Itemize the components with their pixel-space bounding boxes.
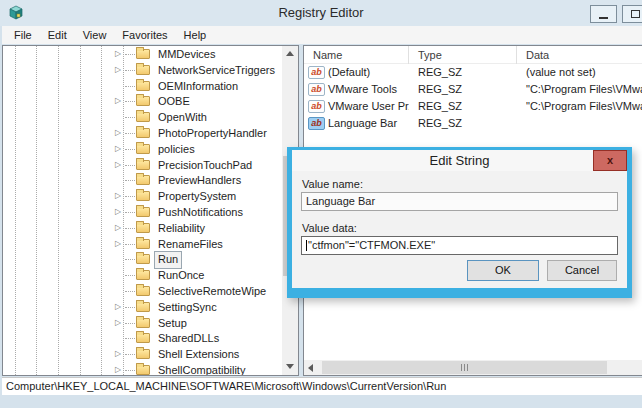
scroll-up-button[interactable] (282, 46, 298, 62)
cancel-button[interactable]: Cancel (547, 260, 617, 281)
expand-arrow-icon[interactable]: ▷ (115, 93, 127, 109)
menu-edit[interactable]: Edit (40, 26, 75, 44)
folder-icon (136, 365, 150, 375)
tree-item[interactable]: ▷ PrecisionTouchPad (3, 157, 282, 173)
tree-item[interactable]: ▷ Shell Extensions (3, 346, 282, 362)
minimize-icon (599, 17, 608, 19)
menu-file[interactable]: File (6, 26, 40, 44)
column-headers: Name Type Data (304, 46, 642, 64)
tree-item[interactable]: ▷ PushNotifications (3, 204, 282, 220)
tree-item[interactable]: ▷ Reliability (3, 220, 282, 236)
scroll-left-button[interactable] (304, 360, 319, 375)
menu-favorites[interactable]: Favorites (114, 26, 175, 44)
minimize-button[interactable] (590, 5, 617, 23)
expand-arrow-icon[interactable]: ▷ (115, 220, 127, 236)
dialog-title-bar: Edit String x (292, 150, 627, 171)
folder-icon (136, 65, 150, 75)
ok-button[interactable]: OK (467, 260, 539, 281)
folder-icon (136, 254, 150, 264)
menu-bar: File Edit View Favorites Help (2, 26, 642, 44)
string-value-icon: ab (308, 66, 325, 79)
list-horizontal-scrollbar[interactable] (304, 360, 642, 375)
folder-icon (136, 112, 150, 122)
expand-arrow-icon[interactable]: ▷ (115, 299, 127, 315)
tree-item[interactable]: PreviewHandlers (3, 172, 282, 188)
value-name-cell[interactable]: ab VMware Tools (304, 81, 409, 98)
expand-arrow-icon[interactable]: ▷ (115, 315, 127, 331)
tree-item-label[interactable]: ShellCompatibility (154, 362, 249, 375)
registry-value-row[interactable]: ab Language Bar REG_SZ (304, 115, 642, 132)
value-name: VMware Tools (328, 81, 397, 98)
column-header-name[interactable]: Name (304, 46, 409, 64)
tree-item[interactable]: ▷ PhotoPropertyHandler (3, 125, 282, 141)
menu-view[interactable]: View (75, 26, 115, 44)
scroll-down-button[interactable] (282, 359, 298, 375)
folder-icon (136, 349, 150, 359)
tree-item[interactable]: ▷ policies (3, 141, 282, 157)
value-type-cell: REG_SZ (409, 98, 517, 115)
tree-item-list: ▷ MMDevices ▷ NetworkServiceTriggers OEM… (3, 46, 282, 375)
expand-arrow-icon[interactable]: ▷ (115, 157, 127, 173)
tree-item[interactable]: ▷ PropertySystem (3, 188, 282, 204)
registry-value-row[interactable]: ab (Default) REG_SZ (value not set) (304, 64, 642, 81)
value-name-cell[interactable]: ab Language Bar (304, 115, 409, 132)
expand-arrow-icon[interactable]: ▷ (115, 204, 127, 220)
value-type-cell: REG_SZ (409, 64, 517, 81)
tree-item[interactable]: ▷ ShellCompatibility (3, 362, 282, 375)
tree-item[interactable]: SharedDLLs (3, 330, 282, 346)
tree-item[interactable]: Run (3, 251, 282, 267)
value-data-field[interactable]: "ctfmon"="CTFMON.EXE" (301, 236, 618, 255)
title-bar: Registry Editor (0, 0, 642, 26)
registry-value-row[interactable]: ab VMware User Pr... REG_SZ "C:\Program … (304, 98, 642, 115)
tree-item[interactable]: ▷ NetworkServiceTriggers (3, 62, 282, 78)
expand-arrow-icon[interactable]: ▷ (115, 346, 127, 362)
tree-item[interactable]: SelectiveRemoteWipe (3, 283, 282, 299)
selected-key-path: Computer\HKEY_LOCAL_MACHINE\SOFTWARE\Mic… (6, 380, 446, 392)
value-name: VMware User Pr... (328, 98, 409, 115)
string-value-icon: ab (308, 117, 325, 130)
value-name-cell[interactable]: ab (Default) (304, 64, 409, 81)
expand-arrow-icon[interactable]: ▷ (115, 62, 127, 78)
tree-item[interactable]: ▷ RenameFiles (3, 236, 282, 252)
tree-item[interactable]: ▷ SettingSync (3, 299, 282, 315)
folder-icon (136, 128, 150, 138)
value-name-field[interactable]: Language Bar (301, 192, 618, 211)
dialog-title: Edit String (292, 150, 627, 171)
value-name: Language Bar (328, 115, 397, 132)
tree-item[interactable]: ▷ MMDevices (3, 46, 282, 62)
expand-arrow-icon[interactable]: ▷ (115, 236, 127, 252)
maximize-button[interactable] (622, 5, 642, 23)
folder-icon (136, 223, 150, 233)
expand-arrow-icon[interactable]: ▷ (115, 141, 127, 157)
tree-item[interactable]: OpenWith (3, 109, 282, 125)
tree-item[interactable]: ▷ OOBE (3, 93, 282, 109)
arrow-up-icon (286, 51, 294, 56)
folder-icon (136, 270, 150, 280)
tree-item[interactable]: ▷ Setup (3, 315, 282, 331)
expand-arrow-icon[interactable]: ▷ (115, 46, 127, 62)
maximize-icon (631, 10, 640, 18)
tree-item[interactable]: OEMInformation (3, 78, 282, 94)
expand-arrow-icon[interactable]: ▷ (115, 362, 127, 375)
registry-value-row[interactable]: ab VMware Tools REG_SZ "C:\Program Files… (304, 81, 642, 98)
value-type-cell: REG_SZ (409, 115, 517, 132)
edit-string-dialog: Edit String x Value name: Language Bar V… (287, 147, 632, 298)
dialog-close-button[interactable]: x (593, 150, 627, 171)
value-data-cell: (value not set) (517, 64, 642, 81)
value-name: (Default) (328, 64, 370, 81)
folder-icon (136, 49, 150, 59)
column-header-data[interactable]: Data (517, 46, 642, 64)
arrow-down-icon (286, 364, 294, 369)
scrollbar-thumb[interactable] (322, 361, 607, 374)
column-header-type[interactable]: Type (409, 46, 517, 64)
folder-icon (136, 318, 150, 328)
window-bottom-frame (0, 395, 642, 408)
string-value-icon: ab (308, 100, 325, 113)
value-name-cell[interactable]: ab VMware User Pr... (304, 98, 409, 115)
expand-arrow-icon[interactable]: ▷ (115, 188, 127, 204)
tree-item[interactable]: RunOnce (3, 267, 282, 283)
expand-arrow-icon[interactable]: ▷ (115, 125, 127, 141)
menu-help[interactable]: Help (176, 26, 215, 44)
folder-icon (136, 144, 150, 154)
folder-icon (136, 96, 150, 106)
